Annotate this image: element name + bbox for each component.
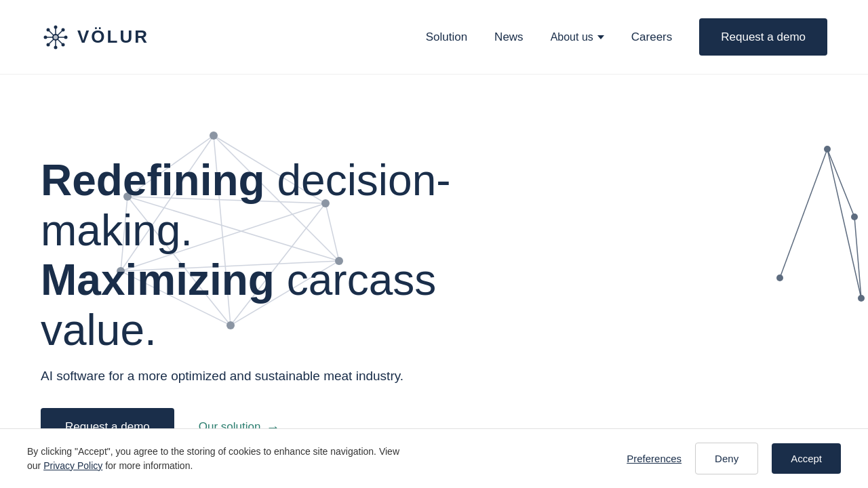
request-demo-button[interactable]: Request a demo <box>699 18 827 56</box>
network-graphic-right <box>773 142 868 325</box>
svg-line-37 <box>780 149 827 278</box>
svg-point-12 <box>44 35 47 39</box>
cookie-text: By clicking "Accept", you agree to the s… <box>27 445 407 473</box>
cookie-banner: By clicking "Accept", you agree to the s… <box>0 428 868 487</box>
svg-point-13 <box>64 35 68 39</box>
nav-item-careers[interactable]: Careers <box>631 30 672 44</box>
deny-button[interactable]: Deny <box>695 443 758 474</box>
logo-icon <box>41 22 71 52</box>
svg-point-16 <box>62 28 65 31</box>
svg-point-11 <box>54 45 58 49</box>
nav-link-careers[interactable]: Careers <box>631 30 672 43</box>
hero-title: Redefining decision-making. Maximizing c… <box>41 156 549 355</box>
logo-link[interactable]: VÖLUR <box>41 22 149 52</box>
nav-link-solution[interactable]: Solution <box>426 30 467 43</box>
logo-text: VÖLUR <box>77 26 149 47</box>
svg-point-40 <box>858 295 865 302</box>
hero-title-bold-1: Redefining <box>41 156 265 205</box>
hero-text: Redefining decision-making. Maximizing c… <box>41 156 549 446</box>
cookie-actions: Preferences Deny Accept <box>627 443 841 474</box>
nav-links: Solution News About us Careers Request a… <box>426 30 827 44</box>
nav-cta-item[interactable]: Request a demo <box>699 30 827 44</box>
preferences-button[interactable]: Preferences <box>627 453 682 464</box>
privacy-policy-link[interactable]: Privacy Policy <box>43 460 102 471</box>
svg-point-41 <box>776 274 783 281</box>
hero-title-bold-2: Maximizing <box>41 256 275 304</box>
nav-item-about[interactable]: About us <box>551 31 604 43</box>
nav-link-news[interactable]: News <box>494 30 524 43</box>
svg-point-38 <box>824 146 831 152</box>
svg-line-36 <box>827 149 861 298</box>
svg-point-14 <box>47 28 50 31</box>
svg-point-39 <box>851 214 858 220</box>
svg-point-17 <box>47 43 50 46</box>
navigation: VÖLUR Solution News About us Careers Req… <box>0 0 868 75</box>
svg-point-15 <box>62 43 65 46</box>
accept-button[interactable]: Accept <box>772 443 841 474</box>
nav-item-news[interactable]: News <box>494 30 524 44</box>
svg-point-1 <box>54 35 58 39</box>
chevron-down-icon <box>597 35 604 39</box>
nav-link-about[interactable]: About us <box>551 31 604 43</box>
svg-point-29 <box>210 131 218 140</box>
hero-section: Redefining decision-making. Maximizing c… <box>0 75 868 487</box>
svg-line-35 <box>854 217 861 298</box>
hero-subtitle: AI software for a more optimized and sus… <box>41 369 549 384</box>
cookie-text-after: for more information. <box>102 460 193 471</box>
nav-item-solution[interactable]: Solution <box>426 30 467 44</box>
svg-point-10 <box>54 25 58 28</box>
